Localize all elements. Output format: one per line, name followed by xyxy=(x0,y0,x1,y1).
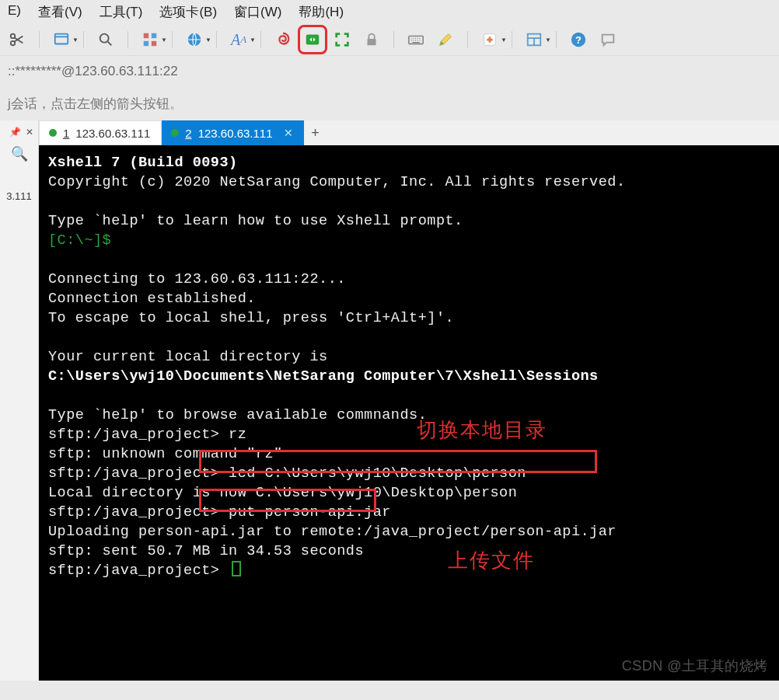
status-dot-icon xyxy=(49,129,57,137)
svg-text:?: ? xyxy=(575,34,582,46)
fullscreen-icon[interactable] xyxy=(331,29,353,50)
pin-icon[interactable]: 📌 xyxy=(9,127,21,138)
menu-view[interactable]: 查看(V) xyxy=(38,3,82,21)
svg-rect-7 xyxy=(152,41,156,46)
session-tab-2[interactable]: 2 123.60.63.111 ✕ xyxy=(162,120,303,145)
help-icon[interactable]: ? xyxy=(568,29,589,50)
toolbar: ▼ ▼ ▼ AA▼ ▼ ▼ ? xyxy=(0,24,779,56)
annotation-label-2: 上传文件 xyxy=(448,551,535,570)
add-tab-button[interactable]: + xyxy=(304,125,327,141)
swirl-icon[interactable] xyxy=(272,29,294,50)
svg-rect-10 xyxy=(368,39,376,45)
separator xyxy=(260,31,261,48)
layout-icon[interactable]: ▼ xyxy=(523,29,545,50)
address-bar: ::*********@123.60.63.111:22 xyxy=(0,56,779,87)
svg-rect-4 xyxy=(144,33,148,38)
tab-label: 123.60.63.111 xyxy=(198,127,273,140)
pencil-icon[interactable] xyxy=(435,29,456,50)
session-panel: 📌 ✕ 🔍 3.111 xyxy=(0,120,39,681)
plus-icon[interactable]: ▼ xyxy=(479,29,501,50)
tab-index: 1 xyxy=(63,127,69,140)
separator xyxy=(172,31,173,48)
svg-rect-6 xyxy=(144,41,148,46)
session-tab-1[interactable]: 1 123.60.63.111 xyxy=(39,120,162,145)
content-area: 📌 ✕ 🔍 3.111 1 123.60.63.111 2 123.60.63.… xyxy=(0,120,779,681)
separator xyxy=(467,31,468,48)
panel-search-icon[interactable]: 🔍 xyxy=(0,145,38,162)
separator xyxy=(83,31,84,48)
menu-tabs[interactable]: 选项卡(B) xyxy=(159,3,217,21)
transfer-icon[interactable] xyxy=(302,29,323,50)
menu-tools[interactable]: 工具(T) xyxy=(100,3,143,21)
tab-index: 2 xyxy=(185,127,191,140)
terminal-output[interactable]: Xshell 7 (Build 0093) Copyright (c) 2020… xyxy=(39,145,779,681)
font-icon[interactable]: AA▼ xyxy=(228,29,250,50)
svg-rect-9 xyxy=(306,35,320,45)
menu-help[interactable]: 帮助(H) xyxy=(299,3,344,21)
hint-text: j会话，点击左侧的箭头按钮。 xyxy=(0,87,779,120)
svg-rect-2 xyxy=(55,34,68,44)
lock-icon[interactable] xyxy=(361,29,383,50)
tab-label: 123.60.63.111 xyxy=(75,127,150,140)
menu-edit[interactable]: E) xyxy=(8,3,21,21)
separator xyxy=(128,31,128,48)
separator xyxy=(512,31,512,48)
window-icon[interactable]: ▼ xyxy=(51,29,72,50)
separator xyxy=(39,31,40,48)
watermark: CSDN @土耳其的烧烤 xyxy=(622,656,768,676)
tab-strip: 1 123.60.63.111 2 123.60.63.111 ✕ + xyxy=(39,120,779,145)
annotation-label-1: 切换本地目录 xyxy=(417,420,547,440)
globe-icon[interactable]: ▼ xyxy=(183,29,205,50)
keyboard-icon[interactable] xyxy=(405,29,427,50)
svg-point-3 xyxy=(100,34,109,43)
grid-icon[interactable]: ▼ xyxy=(139,29,161,50)
menu-window[interactable]: 窗口(W) xyxy=(234,3,281,21)
annotation-box-1 xyxy=(199,450,597,473)
scissors-icon[interactable] xyxy=(6,29,28,50)
status-dot-icon xyxy=(171,129,179,137)
main-area: 1 123.60.63.111 2 123.60.63.111 ✕ + Xshe… xyxy=(39,120,779,681)
chat-icon[interactable] xyxy=(597,29,619,50)
panel-session-label[interactable]: 3.111 xyxy=(0,190,38,202)
close-tab-icon[interactable]: ✕ xyxy=(279,127,293,139)
separator xyxy=(216,31,217,48)
menu-bar: E) 查看(V) 工具(T) 选项卡(B) 窗口(W) 帮助(H) xyxy=(0,0,779,24)
separator xyxy=(556,31,557,48)
magnifier-icon[interactable] xyxy=(95,29,117,50)
close-panel-icon[interactable]: ✕ xyxy=(26,127,33,138)
svg-rect-5 xyxy=(152,33,156,38)
separator xyxy=(393,31,394,48)
annotation-box-2 xyxy=(199,489,376,512)
